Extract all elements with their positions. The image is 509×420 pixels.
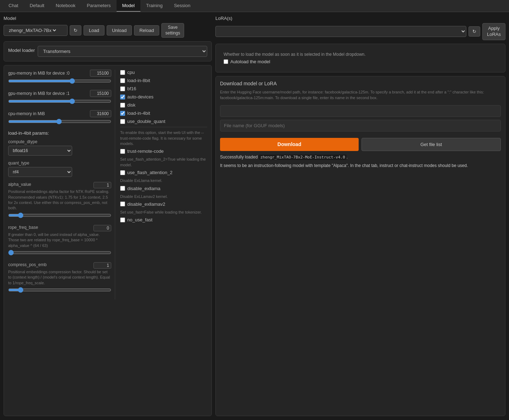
disable-exllamav2-row[interactable]: disable_exllamav2 xyxy=(120,201,207,207)
get-file-list-button[interactable]: Get file list xyxy=(361,138,501,151)
success-note: It seems to be an instruction-following … xyxy=(220,162,501,169)
auto-devices-label: auto-devices xyxy=(127,94,154,99)
auto-devices-checkbox[interactable] xyxy=(120,95,125,99)
bf16-label: bf16 xyxy=(127,86,136,91)
params-title: load-in-4bit params: xyxy=(8,130,111,136)
disk-checkbox[interactable] xyxy=(120,103,125,108)
no-use-fast-note: Set use_fast=False while loading the tok… xyxy=(120,210,207,215)
gpu1-slider[interactable] xyxy=(8,98,111,104)
cpu-slider[interactable] xyxy=(8,119,111,124)
download-title: Download model or LoRA xyxy=(220,81,501,86)
load-in-8bit-label: load-in-8bit xyxy=(127,78,150,83)
model-select[interactable]: zhengr_MixTAO-7Bx2-MoE-Instruct-v xyxy=(7,27,57,33)
rope-freq-base-slider[interactable] xyxy=(8,250,111,255)
alpha-value-row: alpha_value 1 Positional embeddings alph… xyxy=(8,182,111,219)
disable-exllama-row[interactable]: disable_exllama xyxy=(120,186,207,191)
tab-notebook[interactable]: Notebook xyxy=(50,0,81,12)
tab-model[interactable]: Model xyxy=(117,0,140,12)
no-use-fast-checkbox[interactable] xyxy=(120,217,125,222)
gpu0-slider-row: gpu-memory in MiB for device :0 15100 xyxy=(8,70,111,85)
bf16-checkbox-row[interactable]: bf16 xyxy=(120,86,207,91)
compress-pos-emb-label: compress_pos_emb xyxy=(8,262,47,269)
model-refresh-button[interactable]: ↻ xyxy=(70,25,81,36)
model-options-card: gpu-memory in MiB for device :0 15100 gp… xyxy=(4,65,212,416)
model-loader-label: Model loader xyxy=(8,48,35,53)
use-double-quant-checkbox[interactable] xyxy=(120,119,125,124)
tab-parameters[interactable]: Parameters xyxy=(81,0,116,12)
success-text: Successfully loaded xyxy=(220,155,258,160)
gpu1-label: gpu-memory in MiB for device :1 xyxy=(8,91,70,96)
save-settings-button[interactable]: Savesettings xyxy=(161,23,184,38)
use-double-quant-checkbox-row[interactable]: use_double_quant xyxy=(120,119,207,124)
lora-refresh-button[interactable]: ↻ xyxy=(468,26,480,37)
no-use-fast-row[interactable]: no_use_fast xyxy=(120,217,207,222)
alpha-value-slider[interactable] xyxy=(8,212,111,218)
gpu1-value: 15100 xyxy=(90,90,111,97)
disable-exllamav2-checkbox[interactable] xyxy=(120,201,125,206)
autoload-card: Whether to load the model as soon as it … xyxy=(215,44,505,72)
cpu-checkbox-label: cpu xyxy=(127,70,135,75)
download-desc: Enter the Hugging Face username/model pa… xyxy=(220,89,501,101)
disk-label: disk xyxy=(127,102,135,108)
disable-exllama-checkbox[interactable] xyxy=(120,186,125,191)
trust-remote-code-checkbox[interactable] xyxy=(120,149,125,154)
tab-training[interactable]: Training xyxy=(140,0,168,12)
load-button[interactable]: Load xyxy=(84,25,105,36)
success-row: Successfully loaded zhengr_MixTAO-7Bx2-M… xyxy=(220,155,501,160)
trust-remote-note: To enable this option, start the web UI … xyxy=(120,130,207,146)
model-path-input[interactable] xyxy=(220,105,501,117)
auto-devices-checkbox-row[interactable]: auto-devices xyxy=(120,94,207,99)
rope-freq-base-row: rope_freq_base 0 If greater than 0, will… xyxy=(8,225,111,257)
cpu-checkbox-row[interactable]: cpu xyxy=(120,70,207,75)
load-in-8bit-checkbox-row[interactable]: load-in-8bit xyxy=(120,78,207,83)
top-navigation: Chat Default Notebook Parameters Model T… xyxy=(0,0,509,12)
apply-loras-button[interactable]: ApplyLoRAs xyxy=(482,23,505,40)
rope-freq-base-label: rope_freq_base xyxy=(8,225,38,231)
model-loader-select[interactable]: Transformers xyxy=(38,46,207,57)
cpu-value: 31600 xyxy=(90,110,111,117)
quant-type-select[interactable]: nf4 fp4 xyxy=(8,167,72,177)
flash-attention-note: Set use_flash_attention_2=True while loa… xyxy=(120,157,207,168)
lora-section-label: LoRA(s) xyxy=(215,16,505,21)
download-button[interactable]: Download xyxy=(220,138,359,151)
model-dropdown[interactable]: zhengr_MixTAO-7Bx2-MoE-Instruct-v xyxy=(4,25,68,36)
autoload-check-row[interactable]: Autoload the model xyxy=(224,59,366,64)
rope-freq-base-desc: If greater than 0, will be used instead … xyxy=(8,232,111,248)
disable-exllamav2-note: Disable ExLLamav2 kernel. xyxy=(120,194,207,199)
cpu-slider-row: cpu-memory in MiB 31600 xyxy=(8,110,111,125)
trust-remote-code-label: trust-remote-code xyxy=(127,149,164,154)
lora-dropdown[interactable] xyxy=(215,26,466,37)
autoload-checkbox[interactable] xyxy=(224,59,228,64)
bf16-checkbox[interactable] xyxy=(120,86,125,91)
model-loader-card: Model loader Transformers xyxy=(4,41,212,61)
load-in-4bit-label: load-in-4bit xyxy=(127,111,150,116)
download-card: Download model or LoRA Enter the Hugging… xyxy=(215,76,505,416)
use-flash-attention-checkbox[interactable] xyxy=(120,170,125,175)
no-use-fast-label: no_use_fast xyxy=(127,217,152,222)
model-section-label: Model xyxy=(4,16,212,21)
reload-button[interactable]: Reload xyxy=(134,25,159,36)
compress-pos-emb-slider[interactable] xyxy=(8,287,111,293)
trust-remote-code-row[interactable]: trust-remote-code xyxy=(120,149,207,154)
file-name-input[interactable] xyxy=(220,120,501,131)
quant-type-label: quant_type xyxy=(8,161,111,166)
alpha-value-label: alpha_value xyxy=(8,182,31,188)
compute-dtype-label: compute_dtype xyxy=(8,139,111,144)
load-in-4bit-checkbox-row[interactable]: load-in-4bit xyxy=(120,111,207,116)
disable-exllama-label: disable_exllama xyxy=(127,186,160,191)
disable-exllama-note: Disable ExLlama kernel. xyxy=(120,178,207,183)
tab-default[interactable]: Default xyxy=(24,0,50,12)
gpu0-slider[interactable] xyxy=(8,78,111,84)
tab-session[interactable]: Session xyxy=(168,0,196,12)
autoload-label: Autoload the model xyxy=(230,59,270,64)
autoload-text: Whether to load the model as soon as it … xyxy=(224,52,366,57)
cpu-checkbox[interactable] xyxy=(120,70,125,75)
compute-dtype-group: compute_dtype bfloat16 float16 float32 xyxy=(8,139,111,156)
tab-chat[interactable]: Chat xyxy=(3,0,24,12)
load-in-4bit-checkbox[interactable] xyxy=(120,111,125,116)
load-in-8bit-checkbox[interactable] xyxy=(120,78,125,83)
disk-checkbox-row[interactable]: disk xyxy=(120,102,207,108)
unload-button[interactable]: Unload xyxy=(107,25,132,36)
compute-dtype-select[interactable]: bfloat16 float16 float32 xyxy=(8,146,72,156)
use-flash-attention-row[interactable]: use_flash_attention_2 xyxy=(120,170,207,175)
